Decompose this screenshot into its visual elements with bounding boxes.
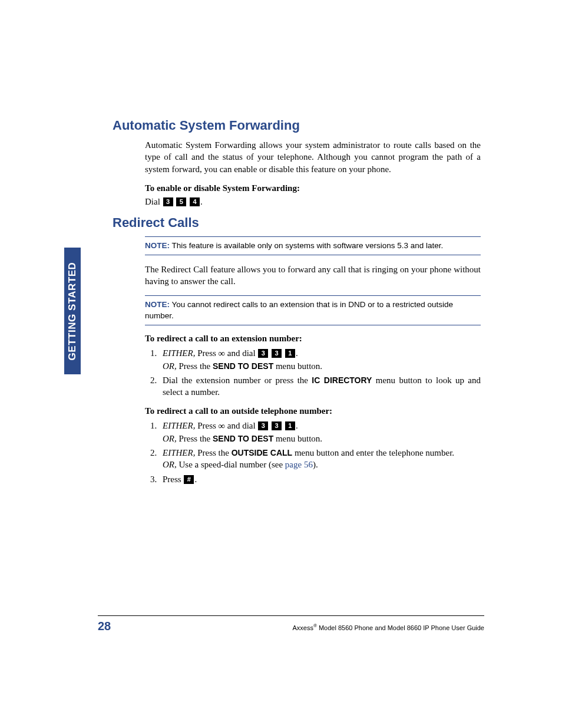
text: menu button and enter the telephone numb… — [292, 448, 454, 457]
text: and dial — [225, 348, 257, 358]
page-link[interactable]: page 56 — [285, 460, 313, 469]
note-label: NOTE: — [145, 241, 170, 250]
keycap: 1 — [285, 421, 295, 430]
either-label: EITHER, — [163, 348, 195, 358]
heading-asf: Automatic System Forwarding — [113, 118, 481, 133]
text: Press — [163, 475, 183, 484]
keycap: # — [184, 475, 194, 484]
footer: 28 Axxess® Model 8560 Phone and Model 86… — [98, 615, 484, 633]
note-label: NOTE: — [145, 300, 170, 309]
or-label: OR, — [163, 434, 177, 443]
infinity-icon: ∞ — [219, 421, 225, 431]
keycap: 3 — [272, 349, 282, 358]
text: , Use a speed-dial number (see — [174, 460, 285, 469]
list-item: EITHER, Press ∞ and dial 3 3 1. OR, Pres… — [159, 347, 481, 372]
heading-redirect-out: To redirect a call to an outside telepho… — [145, 406, 481, 416]
list-item: Press #. — [159, 473, 481, 485]
page-content: Automatic System Forwarding Automatic Sy… — [113, 118, 481, 493]
asf-dial-line: Dial 3 5 4. — [145, 197, 481, 207]
section-tab: GETTING STARTED — [64, 248, 81, 374]
either-label: EITHER, — [163, 421, 195, 430]
section-tab-label: GETTING STARTED — [67, 262, 78, 360]
text: Dial the extension number or press the — [163, 375, 312, 385]
footer-suffix: Model 8560 Phone and Model 8660 IP Phone… — [317, 624, 484, 631]
text: menu button. — [273, 434, 322, 443]
page-number: 28 — [98, 620, 111, 633]
dial-word: Dial — [145, 197, 160, 206]
text: Press — [195, 348, 218, 358]
text: Press the — [177, 361, 213, 371]
asf-enable-label: To enable or disable System Forwarding: — [145, 183, 481, 193]
note-text: This feature is available only on system… — [170, 241, 443, 250]
keycap: 5 — [176, 197, 186, 206]
text: menu button. — [273, 361, 322, 371]
text: Press the — [195, 448, 231, 457]
keycap: 3 — [258, 421, 268, 430]
text: and dial — [225, 421, 257, 430]
or-label: OR, — [163, 361, 177, 371]
menu-button-label: OUTSIDE CALL — [232, 448, 292, 457]
heading-redirect: Redirect Calls — [113, 215, 481, 230]
keycap: 4 — [190, 197, 200, 206]
menu-button-label: SEND TO DEST — [213, 361, 273, 371]
asf-intro: Automatic System Forwarding allows your … — [145, 139, 481, 175]
note-text: You cannot redirect calls to an extensio… — [145, 300, 453, 319]
keycap: 3 — [258, 349, 268, 358]
menu-button-label: SEND TO DEST — [213, 434, 273, 443]
text: Press — [195, 421, 218, 430]
infinity-icon: ∞ — [219, 348, 225, 358]
footer-text: Axxess® Model 8560 Phone and Model 8660 … — [292, 623, 484, 631]
list-item: EITHER, Press the OUTSIDE CALL menu butt… — [159, 447, 481, 471]
keycap: 3 — [163, 197, 173, 206]
redirect-intro: The Redirect Call feature allows you to … — [145, 263, 481, 288]
keycap: 1 — [285, 349, 295, 358]
text: . — [194, 475, 197, 484]
list-item: EITHER, Press ∞ and dial 3 3 1. OR, Pres… — [159, 420, 481, 444]
text: Press the — [177, 434, 213, 443]
or-label: OR — [163, 460, 174, 469]
menu-button-label: IC DIRECTORY — [312, 375, 372, 385]
footer-brand: Axxess — [292, 624, 313, 631]
steps-redirect-ext: EITHER, Press ∞ and dial 3 3 1. OR, Pres… — [145, 347, 481, 398]
keycap: 3 — [272, 421, 282, 430]
text: ). — [313, 460, 318, 469]
either-label: EITHER, — [163, 448, 195, 457]
list-item: Dial the extension number or press the I… — [159, 374, 481, 398]
heading-redirect-ext: To redirect a call to an extension numbe… — [145, 334, 481, 344]
steps-redirect-out: EITHER, Press ∞ and dial 3 3 1. OR, Pres… — [145, 420, 481, 485]
note-box-1: NOTE: This feature is available only on … — [145, 236, 481, 255]
note-box-2: NOTE: You cannot redirect calls to an ex… — [145, 295, 481, 325]
